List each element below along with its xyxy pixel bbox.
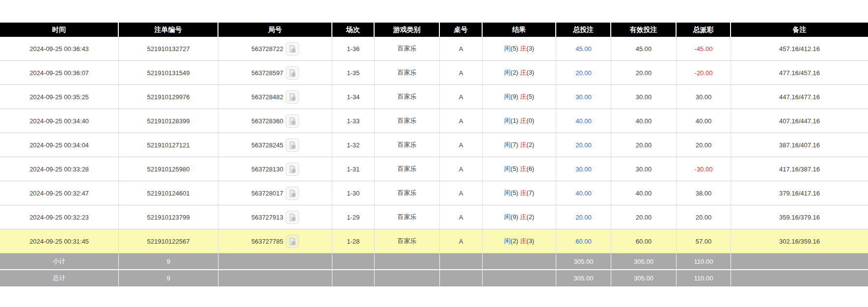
video-replay-icon <box>288 45 297 53</box>
cell-remark: 359.16/379.16 <box>731 205 868 229</box>
round-number: 563728722 <box>251 45 283 53</box>
video-replay-button[interactable] <box>286 235 299 248</box>
bet-record-row[interactable]: 2024-09-25 00:35:25521910129976563728482… <box>0 85 868 109</box>
result-banker-label: 庄 <box>520 69 526 76</box>
cell-round-no: 563728360 <box>218 109 332 133</box>
col-header-round-no: 局号 <box>218 23 332 37</box>
footer-valid-bet: 305.00 <box>611 269 677 286</box>
cell-remark: 457.16/412.16 <box>731 37 868 61</box>
cell-round-no: 563728482 <box>218 85 332 109</box>
result-banker-label: 庄 <box>520 213 526 221</box>
bet-records-table-wrap: 时间 注单编号 局号 场次 游戏类别 桌号 结果 总投注 有效投注 总派彩 备注… <box>0 23 868 286</box>
footer-valid-bet: 305.00 <box>611 253 677 269</box>
round-number: 563727913 <box>251 214 283 221</box>
cell-remark: 417.16/387.16 <box>731 157 868 181</box>
bet-record-row[interactable]: 2024-09-25 00:36:07521910131549563728597… <box>0 61 868 85</box>
cell-time: 2024-09-25 00:34:40 <box>0 109 119 133</box>
cell-result: 闲(2) 庄(3) <box>483 61 556 85</box>
result-player-label: 闲 <box>504 165 511 172</box>
cell-game-type: 百家乐 <box>375 109 440 133</box>
cell-bet-no: 521910122567 <box>119 229 218 253</box>
result-player-score: (7) <box>511 141 518 148</box>
col-header-result: 结果 <box>483 23 556 37</box>
footer-empty-table <box>440 253 483 269</box>
cell-game-type: 百家乐 <box>375 229 440 253</box>
col-header-payout: 总派彩 <box>677 23 731 37</box>
cell-payout: 57.00 <box>677 229 731 253</box>
cell-remark: 387.16/407.16 <box>731 133 868 157</box>
cell-remark: 447.16/477.16 <box>731 85 868 109</box>
cell-result: 闲(2) 庄(3) <box>483 229 556 253</box>
bet-record-row[interactable]: 2024-09-25 00:34:40521910128399563728360… <box>0 109 868 133</box>
video-replay-button[interactable] <box>286 114 299 128</box>
cell-table-no: A <box>440 37 483 61</box>
result-player-label: 闲 <box>504 117 511 124</box>
cell-time: 2024-09-25 00:33:28 <box>0 157 119 181</box>
video-replay-button[interactable] <box>286 211 299 224</box>
cell-session: 1-29 <box>332 205 375 229</box>
cell-round-no: 563728017 <box>218 181 332 205</box>
cell-time: 2024-09-25 00:32:23 <box>0 205 119 229</box>
video-replay-button[interactable] <box>286 187 299 200</box>
video-replay-button[interactable] <box>286 163 299 176</box>
video-replay-button[interactable] <box>286 139 299 152</box>
video-replay-button[interactable] <box>286 90 299 104</box>
result-banker-score: (2) <box>526 213 534 221</box>
table-footer: 小计9305.00305.00110.00总计9305.00305.00110.… <box>0 253 868 286</box>
cell-total-bet: 40.00 <box>556 181 611 205</box>
result-player-label: 闲 <box>504 141 511 148</box>
cell-valid-bet: 30.00 <box>611 157 677 181</box>
grand-total-row: 总计9305.00305.00110.00 <box>0 269 868 286</box>
video-replay-button[interactable] <box>286 66 299 80</box>
bet-record-row-selected[interactable]: 2024-09-25 00:31:45521910122567563727785… <box>0 229 868 253</box>
video-replay-button[interactable] <box>286 42 299 56</box>
cell-valid-bet: 60.00 <box>611 229 677 253</box>
footer-empty-remark <box>731 269 868 286</box>
cell-session: 1-34 <box>332 85 375 109</box>
footer-empty-result <box>483 269 556 286</box>
result-banker-score: (2) <box>526 141 534 148</box>
cell-time: 2024-09-25 00:36:07 <box>0 61 119 85</box>
round-no-group: 563728017 <box>251 187 299 200</box>
cell-game-type: 百家乐 <box>375 37 440 61</box>
footer-total-bet: 305.00 <box>556 269 611 286</box>
bet-record-row[interactable]: 2024-09-25 00:32:47521910124601563728017… <box>0 181 868 205</box>
round-no-group: 563728130 <box>251 163 299 176</box>
round-no-group: 563728360 <box>251 114 299 128</box>
result-player-score: (5) <box>511 165 518 172</box>
cell-table-no: A <box>440 109 483 133</box>
footer-label: 小计 <box>0 253 119 269</box>
footer-empty-game <box>375 269 440 286</box>
cell-valid-bet: 40.00 <box>611 109 677 133</box>
video-replay-icon <box>288 189 297 197</box>
cell-total-bet: 20.00 <box>556 61 611 85</box>
bet-records-table: 时间 注单编号 局号 场次 游戏类别 桌号 结果 总投注 有效投注 总派彩 备注… <box>0 23 868 286</box>
footer-empty-game <box>375 253 440 269</box>
footer-label: 总计 <box>0 269 119 286</box>
cell-time: 2024-09-25 00:32:47 <box>0 181 119 205</box>
cell-round-no: 563728130 <box>218 157 332 181</box>
cell-payout: 30.00 <box>677 85 731 109</box>
round-no-group: 563728722 <box>251 42 299 56</box>
bet-record-row[interactable]: 2024-09-25 00:32:23521910123799563727913… <box>0 205 868 229</box>
result-banker-score: (7) <box>526 189 534 196</box>
cell-payout: 20.00 <box>677 133 731 157</box>
cell-bet-no: 521910123799 <box>119 205 218 229</box>
bet-record-row[interactable]: 2024-09-25 00:34:04521910127121563728245… <box>0 133 868 157</box>
round-number: 563728017 <box>251 190 283 197</box>
footer-empty-result <box>483 253 556 269</box>
result-banker-label: 庄 <box>520 141 526 148</box>
result-player-label: 闲 <box>504 213 511 221</box>
cell-total-bet: 45.00 <box>556 37 611 61</box>
bet-record-row[interactable]: 2024-09-25 00:36:43521910132727563728722… <box>0 37 868 61</box>
video-replay-icon <box>288 117 297 125</box>
result-player-label: 闲 <box>504 45 511 52</box>
cell-time: 2024-09-25 00:34:04 <box>0 133 119 157</box>
footer-empty-remark <box>731 253 868 269</box>
cell-time: 2024-09-25 00:31:45 <box>0 229 119 253</box>
result-player-score: (2) <box>511 69 518 76</box>
col-header-bet-no: 注单编号 <box>119 23 218 37</box>
cell-valid-bet: 20.00 <box>611 133 677 157</box>
video-replay-icon <box>288 237 297 246</box>
bet-record-row[interactable]: 2024-09-25 00:33:28521910125980563728130… <box>0 157 868 181</box>
